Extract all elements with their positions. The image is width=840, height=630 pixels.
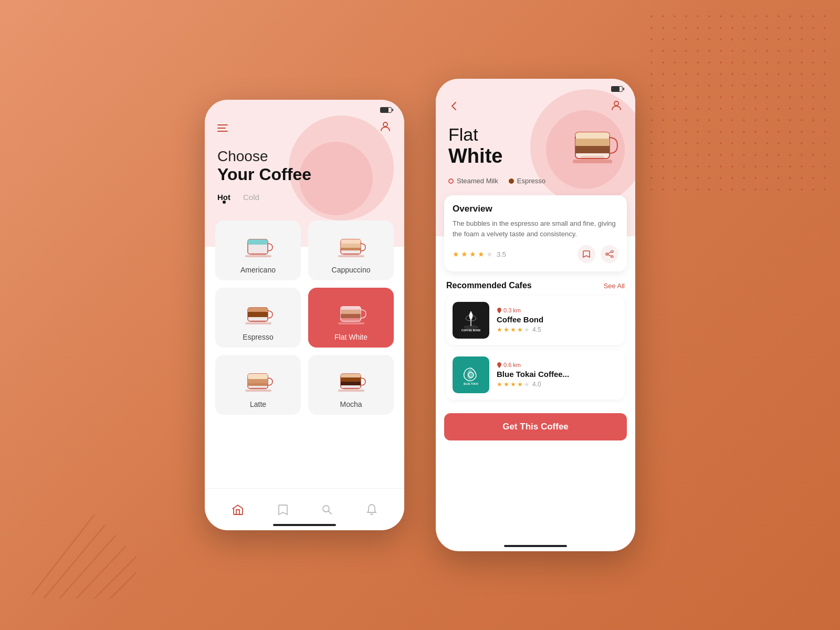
svg-rect-35 [341, 377, 361, 382]
tab-hot[interactable]: Hot [217, 193, 230, 204]
svg-rect-25 [341, 314, 361, 318]
svg-rect-9 [245, 255, 271, 257]
overview-title: Overview [453, 204, 618, 214]
see-all-button[interactable]: See All [604, 282, 625, 290]
filter-tabs: Hot Cold [205, 188, 404, 210]
svg-rect-46 [581, 156, 604, 160]
battery-icon [380, 107, 392, 113]
svg-rect-37 [338, 390, 364, 392]
coffee-name-latte: Latte [250, 400, 266, 408]
svg-line-4 [42, 556, 136, 598]
svg-line-3 [37, 546, 126, 598]
bottom-nav [205, 488, 404, 530]
coffee-bond-stars: ★ ★ ★ ★ ★ 4.5 [497, 326, 618, 333]
recommended-section: Recommended Cafes See All COFFEE BOND [436, 277, 635, 409]
svg-rect-16 [343, 253, 359, 255]
espresso-dot [509, 178, 514, 184]
coffee-name-americano: Americano [240, 266, 276, 274]
svg-rect-18 [248, 308, 268, 312]
bookmark-button[interactable] [578, 245, 595, 263]
title-line2: Your Coffee [217, 165, 392, 184]
svg-rect-23 [341, 307, 361, 310]
coffee-card-mocha[interactable]: Mocha [308, 355, 394, 415]
milk-label: Steamed Milk [457, 177, 498, 185]
svg-rect-21 [250, 320, 266, 322]
milk-dot [448, 178, 454, 184]
back-button[interactable] [448, 100, 460, 114]
svg-rect-24 [341, 310, 361, 314]
coffee-bond-rating: 4.5 [532, 326, 541, 333]
blue-tokai-stars: ★ ★ ★ ★ ★ 4.0 [497, 381, 618, 388]
svg-rect-38 [343, 387, 359, 390]
nav-bell[interactable] [366, 503, 377, 516]
coffee-card-flatwhite[interactable]: Flat White [308, 288, 394, 348]
svg-rect-15 [338, 255, 364, 257]
coffee-card-americano[interactable]: Americano [215, 220, 301, 280]
svg-rect-26 [338, 322, 364, 324]
cafe-card-coffee-bond[interactable]: COFFEE BOND 0.3 km Coffee Bond ★ ★ ★ [446, 296, 625, 345]
nav-bookmark[interactable] [277, 503, 289, 516]
svg-text:BLUE TOKAI: BLUE TOKAI [464, 383, 478, 385]
flatwhite-cup-icon [333, 296, 370, 328]
profile-icon-left[interactable] [379, 120, 392, 136]
blue-tokai-name: Blue Tokai Coffee... [497, 370, 618, 379]
home-bar [273, 524, 336, 526]
svg-point-40 [614, 101, 618, 106]
nav-home[interactable] [232, 503, 244, 516]
svg-rect-36 [341, 382, 361, 385]
flatwhite-detail-cup-icon [570, 124, 623, 172]
coffee-bond-distance: 0.3 km [497, 307, 618, 313]
action-buttons [578, 245, 618, 263]
battery-icon-right [611, 86, 623, 92]
svg-point-47 [611, 250, 613, 253]
coffee-name-flatwhite: Flat White [334, 333, 368, 341]
coffee-card-espresso[interactable]: Espresso [215, 288, 301, 348]
rating-stars: ★ ★ ★ ★ ★ 3.5 [453, 250, 506, 258]
coffee-bond-name: Coffee Bond [497, 315, 618, 324]
profile-icon-right[interactable] [610, 99, 623, 115]
svg-point-49 [606, 253, 608, 255]
coffee-name-mocha: Mocha [340, 400, 362, 408]
star2: ★ [461, 250, 468, 258]
svg-point-6 [383, 122, 387, 127]
right-header [436, 95, 635, 119]
dot-pattern-decoration [630, 0, 840, 210]
cappuccino-cup-icon [333, 229, 370, 260]
latte-cup-icon [240, 363, 277, 395]
recommended-header: Recommended Cafes See All [446, 281, 625, 290]
share-button[interactable] [601, 245, 618, 263]
coffee-card-latte[interactable]: Latte [215, 355, 301, 415]
blue-tokai-distance: 0.6 km [497, 362, 618, 368]
tab-cold[interactable]: Cold [243, 193, 259, 204]
get-coffee-button[interactable]: Get This Coffee [444, 413, 627, 440]
blue-tokai-rating: 4.0 [532, 381, 541, 388]
svg-rect-32 [250, 387, 266, 390]
coffee-name-cappuccino: Cappuccino [332, 266, 371, 274]
star3: ★ [469, 250, 476, 258]
left-title: Choose Your Coffee [205, 140, 404, 188]
star4: ★ [478, 250, 485, 258]
svg-rect-28 [248, 374, 268, 379]
cafe-card-blue-tokai[interactable]: BLUE TOKAI 0.6 km Blue Tokai Coffee... ★… [446, 350, 625, 400]
espresso-cup-icon [240, 296, 277, 328]
svg-line-0 [32, 514, 94, 598]
menu-icon[interactable] [217, 124, 228, 132]
right-title-section: Flat White [436, 119, 635, 172]
nav-search[interactable] [321, 504, 333, 516]
svg-rect-31 [245, 390, 271, 392]
svg-rect-12 [341, 239, 361, 244]
ingredients: Steamed Milk Espresso [436, 172, 635, 190]
ingredient-milk: Steamed Milk [448, 177, 498, 185]
phone-left: 9:41 ∿ [205, 100, 404, 530]
svg-rect-42 [575, 132, 610, 139]
svg-rect-13 [341, 244, 361, 248]
ingredient-espresso: Espresso [509, 177, 545, 185]
blue-tokai-info: 0.6 km Blue Tokai Coffee... ★ ★ ★ ★ ★ 4.… [497, 362, 618, 388]
svg-rect-20 [245, 322, 271, 324]
left-header [205, 116, 404, 140]
coffee-name-espresso: Espresso [243, 333, 273, 341]
coffee-card-cappuccino[interactable]: Cappuccino [308, 220, 394, 280]
svg-line-2 [32, 536, 116, 598]
svg-rect-45 [573, 160, 612, 163]
title-line1: Choose [217, 149, 392, 165]
